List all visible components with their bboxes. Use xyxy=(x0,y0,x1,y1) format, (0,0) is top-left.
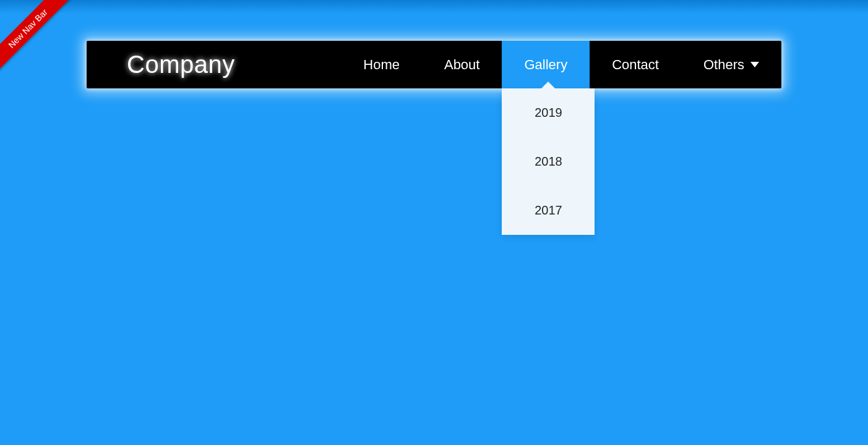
nav-item-contact[interactable]: Contact xyxy=(590,41,681,88)
nav-label: Contact xyxy=(612,57,659,73)
nav-label: Others xyxy=(703,57,744,73)
navbar: Company Home About Gallery 2019 2018 201… xyxy=(87,41,781,88)
gallery-dropdown: 2019 2018 2017 xyxy=(502,88,595,235)
nav-label: Home xyxy=(363,57,400,73)
ribbon-label: New Nav Bar xyxy=(0,0,78,78)
brand-logo[interactable]: Company xyxy=(87,51,235,78)
dropdown-item-2017[interactable]: 2017 xyxy=(502,186,595,235)
nav-item-others[interactable]: Others xyxy=(681,41,781,88)
nav-label: About xyxy=(444,57,480,73)
nav-item-home[interactable]: Home xyxy=(341,41,422,88)
nav-item-gallery[interactable]: Gallery 2019 2018 2017 xyxy=(502,41,590,88)
dropdown-item-2019[interactable]: 2019 xyxy=(502,88,595,137)
nav-item-about[interactable]: About xyxy=(422,41,502,88)
corner-ribbon: New Nav Bar xyxy=(0,0,87,87)
chevron-down-icon xyxy=(750,62,759,67)
nav-label: Gallery xyxy=(524,57,567,73)
nav-list: Home About Gallery 2019 2018 2017 Contac… xyxy=(341,41,781,88)
dropdown-item-2018[interactable]: 2018 xyxy=(502,137,595,186)
